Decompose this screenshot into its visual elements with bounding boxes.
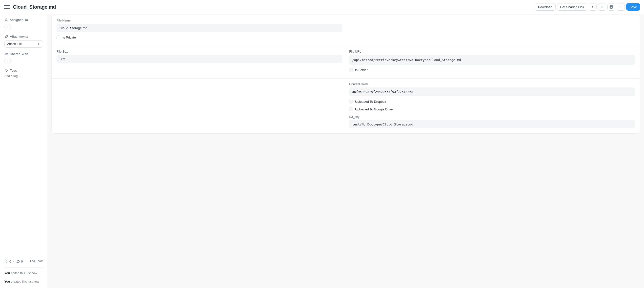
separator: · [13, 259, 14, 263]
prev-button[interactable] [589, 3, 596, 10]
likes-count: 0 [10, 260, 11, 263]
is-folder-field: Is Folder [349, 68, 635, 72]
topbar: Cloud_Storage.md Download Get Sharing Li… [0, 0, 644, 14]
tags-header: Tags [4, 69, 43, 72]
form-card: File Name Is Private [51, 14, 640, 134]
s3-key-label: S3_key [349, 115, 635, 118]
svg-point-2 [621, 7, 621, 7]
save-button[interactable]: Save [626, 3, 640, 10]
s3-key-field: S3_key [349, 115, 635, 128]
attachments-label: Attachments [10, 35, 28, 38]
svg-point-4 [6, 19, 7, 20]
add-share-button[interactable] [4, 58, 11, 64]
main-content: File Name Is Private [48, 14, 644, 288]
sidebar: Assigned To Attachments Attach File Shar… [0, 14, 48, 288]
svg-point-10 [7, 53, 8, 54]
topbar-actions: Download Get Sharing Link Save [535, 3, 640, 10]
get-sharing-link-button[interactable]: Get Sharing Link [557, 3, 588, 10]
next-button[interactable] [598, 3, 606, 10]
history-created: You created this just now [4, 279, 43, 284]
attach-file-label: Attach File [7, 42, 22, 46]
section-file-name: File Name Is Private [52, 15, 640, 46]
uploaded-gdrive-label: Uploaded To Google Drive [355, 108, 392, 111]
shared-with-section: Shared With [4, 52, 43, 64]
tags-input[interactable] [4, 74, 43, 78]
more-horizontal-icon [619, 5, 623, 9]
svg-point-13 [6, 70, 6, 70]
uploaded-gdrive-field: Uploaded To Google Drive [349, 108, 635, 111]
uploaded-dropbox-field: Uploaded To Dropbox [349, 100, 635, 104]
section-file-size-url: File Size File URL Is Folder [52, 46, 640, 78]
plus-icon [6, 60, 10, 63]
layout: Assigned To Attachments Attach File Shar… [0, 14, 644, 288]
file-size-field: File Size [56, 50, 342, 63]
s3-key-input [349, 120, 635, 128]
svg-point-9 [5, 53, 6, 54]
is-folder-label: Is Folder [355, 68, 368, 72]
file-name-label: File Name [56, 19, 342, 22]
users-icon [4, 52, 8, 56]
more-button[interactable] [617, 3, 625, 10]
file-size-label: File Size [56, 50, 342, 53]
svg-point-1 [620, 7, 620, 7]
assigned-to-label: Assigned To [10, 18, 28, 22]
comment-icon [16, 259, 20, 263]
file-url-input [349, 55, 635, 65]
history-edited: You edited this just now [4, 271, 43, 276]
add-assignee-button[interactable] [4, 24, 11, 30]
file-url-field: File URL [349, 50, 635, 65]
content-hash-label: Content Hash [349, 82, 635, 86]
printer-icon [610, 5, 614, 9]
uploaded-dropbox-label: Uploaded To Dropbox [355, 100, 386, 104]
chevron-right-icon [600, 5, 604, 9]
user-icon [4, 18, 8, 22]
plus-icon [6, 26, 10, 29]
chevron-left-icon [591, 5, 594, 9]
svg-point-3 [622, 7, 622, 7]
content-hash-input [349, 88, 635, 96]
file-name-field: File Name [56, 19, 342, 32]
uploaded-dropbox-checkbox [349, 100, 353, 104]
file-url-label: File URL [349, 50, 635, 53]
attach-file-button[interactable]: Attach File [4, 40, 43, 48]
section-hash-uploads: Content Hash Uploaded To Dropbox Uploade… [52, 78, 640, 134]
follow-button[interactable]: FOLLOW [30, 260, 43, 263]
engagement-row: 0 · 0 FOLLOW [4, 259, 43, 268]
paperclip-icon [4, 34, 8, 38]
sidebar-bottom: 0 · 0 FOLLOW You edited this just now Yo… [4, 259, 43, 284]
tags-section: Tags [4, 69, 43, 78]
attachments-section: Attachments Attach File [4, 34, 43, 48]
uploaded-gdrive-checkbox [349, 108, 353, 111]
shared-with-header: Shared With [4, 52, 43, 56]
assigned-to-header: Assigned To [4, 18, 43, 22]
comments-count: 0 [21, 260, 23, 263]
tag-icon [4, 69, 8, 72]
likes-button[interactable]: 0 [4, 259, 11, 263]
attachments-header: Attachments [4, 34, 43, 38]
plus-icon [37, 42, 40, 46]
is-folder-checkbox [349, 68, 353, 72]
hamburger-menu-icon[interactable] [4, 4, 10, 10]
is-private-field[interactable]: Is Private [56, 36, 342, 39]
heart-icon [4, 259, 8, 263]
tags-label: Tags [10, 69, 17, 72]
svg-rect-0 [610, 7, 612, 8]
comments-button[interactable]: 0 [16, 259, 23, 263]
file-size-input [56, 55, 342, 63]
content-hash-field: Content Hash [349, 82, 635, 96]
is-private-label: Is Private [62, 36, 76, 39]
shared-with-label: Shared With [10, 52, 28, 56]
print-button[interactable] [608, 3, 615, 10]
download-button[interactable]: Download [535, 3, 556, 10]
file-name-input[interactable] [56, 24, 342, 32]
is-private-checkbox[interactable] [56, 36, 60, 39]
page-title: Cloud_Storage.md [13, 4, 56, 10]
assigned-to-section: Assigned To [4, 18, 43, 30]
